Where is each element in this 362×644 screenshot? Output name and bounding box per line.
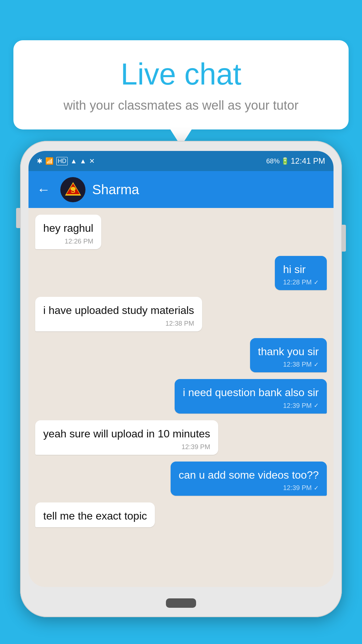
message-3: i have uploaded study materials 12:38 PM: [35, 297, 327, 331]
app-bar: ← S Sharma: [28, 171, 334, 208]
phone-mockup: ✱ 📶 HD ▲ ▲ ✕ 68% 🔋 12:41 PM ←: [20, 141, 342, 644]
home-button[interactable]: [166, 598, 196, 608]
phone-screen: ✱ 📶 HD ▲ ▲ ✕ 68% 🔋 12:41 PM ←: [28, 151, 334, 587]
msg-time: 12:39 PM ✓: [183, 402, 319, 410]
status-battery: 68% 🔋 12:41 PM: [266, 156, 325, 166]
msg-text: thank you sir: [258, 345, 319, 359]
back-button[interactable]: ←: [37, 182, 50, 197]
msg-time: 12:28 PM ✓: [283, 278, 319, 286]
msg-text: hi sir: [283, 263, 319, 277]
read-checkmark: ✓: [314, 361, 319, 368]
bubble-sent: i need question bank also sir 12:39 PM ✓: [175, 379, 327, 414]
status-icons-left: ✱ 📶 HD ▲ ▲ ✕: [37, 157, 95, 165]
msg-text: tell me the exact topic: [43, 509, 147, 523]
message-6: yeah sure will upload in 10 minutes 12:3…: [35, 420, 327, 455]
msg-time: 12:38 PM: [43, 320, 194, 327]
signal-icon: 📶: [45, 157, 54, 165]
read-checkmark: ✓: [314, 402, 319, 409]
live-chat-subtitle: with your classmates as well as your tut…: [34, 98, 328, 113]
msg-text: yeah sure will upload in 10 minutes: [43, 427, 210, 441]
chat-area: hey raghul 12:26 PM hi sir 12:28 PM ✓: [28, 208, 334, 587]
msg-text: hey raghul: [43, 221, 93, 235]
network-icon: ▲: [80, 157, 86, 165]
bubble-received: tell me the exact topic: [35, 502, 155, 527]
speech-bubble: Live chat with your classmates as well a…: [13, 40, 349, 129]
svg-text:S: S: [71, 187, 75, 194]
bubble-sent: thank you sir 12:38 PM ✓: [250, 338, 327, 373]
x-icon: ✕: [89, 157, 95, 165]
read-checkmark: ✓: [314, 279, 319, 286]
msg-time: 12:39 PM ✓: [179, 484, 319, 492]
message-8: tell me the exact topic: [35, 502, 327, 527]
read-checkmark: ✓: [314, 484, 319, 492]
bluetooth-icon: ✱: [37, 157, 43, 165]
msg-text: i need question bank also sir: [183, 386, 319, 400]
msg-time: 12:38 PM ✓: [258, 361, 319, 368]
msg-time: 12:39 PM: [43, 443, 210, 451]
wifi-icon: ▲: [70, 157, 77, 165]
message-2: hi sir 12:28 PM ✓: [35, 256, 327, 290]
message-1: hey raghul 12:26 PM: [35, 215, 327, 249]
bubble-sent: can u add some videos too?? 12:39 PM ✓: [171, 462, 327, 496]
msg-text: can u add some videos too??: [179, 468, 319, 482]
bubble-received: hey raghul 12:26 PM: [35, 215, 101, 249]
power-button: [342, 225, 346, 252]
volume-button: [16, 208, 20, 228]
msg-time: 12:26 PM: [43, 237, 93, 245]
message-4: thank you sir 12:38 PM ✓: [35, 338, 327, 373]
msg-text: i have uploaded study materials: [43, 304, 194, 318]
message-5: i need question bank also sir 12:39 PM ✓: [35, 379, 327, 414]
status-time: 12:41 PM: [291, 156, 325, 166]
message-7: can u add some videos too?? 12:39 PM ✓: [35, 462, 327, 496]
bubble-sent: hi sir 12:28 PM ✓: [275, 256, 327, 290]
battery-percent: 68%: [266, 157, 280, 165]
battery-icon: 🔋: [281, 157, 289, 165]
contact-name: Sharma: [92, 182, 139, 197]
superman-icon: S: [63, 179, 83, 200]
status-bar: ✱ 📶 HD ▲ ▲ ✕ 68% 🔋 12:41 PM: [28, 151, 334, 171]
live-chat-title: Live chat: [34, 57, 328, 92]
bubble-received: i have uploaded study materials 12:38 PM: [35, 297, 202, 331]
phone-outer: ✱ 📶 HD ▲ ▲ ✕ 68% 🔋 12:41 PM ←: [20, 141, 342, 617]
hd-icon: HD: [56, 157, 68, 165]
bubble-received: yeah sure will upload in 10 minutes 12:3…: [35, 420, 218, 455]
avatar: S: [60, 177, 85, 202]
